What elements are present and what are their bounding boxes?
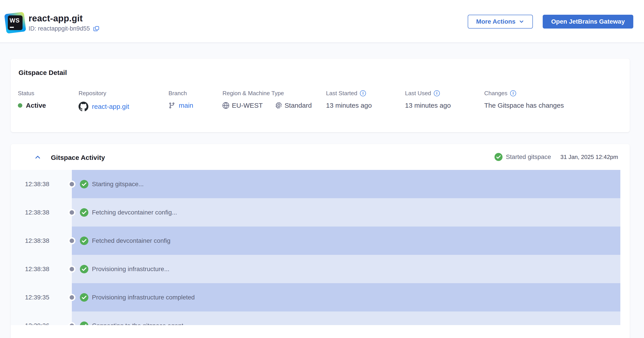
field-last-used: Last Used i 13 minutes ago [405, 90, 451, 109]
success-check-icon [80, 322, 88, 325]
log-row: 12:38:38 Fetched devcontainer config [11, 227, 630, 255]
webstorm-logo-badge: WS [8, 15, 22, 30]
log-message: Fetched devcontainer config [92, 237, 170, 244]
activity-header: Gitspace Activity Started gitspace 31 Ja… [11, 144, 630, 170]
log-message: Provisioning infrastructure completed [92, 294, 195, 301]
field-last-started: Last Started i 13 minutes ago [326, 90, 372, 109]
changes-label: Changes [484, 90, 508, 97]
more-actions-button[interactable]: More Actions [468, 15, 533, 28]
activity-status-date: 31 Jan, 2025 12:42pm [560, 154, 618, 161]
success-check-icon [80, 237, 88, 245]
field-repository: Repository react-app.git [78, 90, 129, 111]
gitspace-id: ID: reactappgit-bn9d55 [28, 25, 90, 32]
timeline-dot-icon [68, 294, 76, 301]
github-icon [78, 102, 88, 111]
changes-value: The Gitspace has changes [484, 102, 564, 109]
info-icon[interactable]: i [510, 90, 516, 96]
log-row: 12:38:38 Starting gitspace... [11, 170, 630, 198]
gitspace-detail-card: Gitspace Detail Status Active Repository… [11, 59, 630, 132]
activity-status-text: Started gitspace [506, 153, 551, 161]
activity-title: Gitspace Activity [51, 154, 105, 161]
gitspace-detail-page: WS react-app.git ID: reactappgit-bn9d55 … [0, 0, 644, 338]
info-icon[interactable]: i [360, 90, 366, 96]
success-check-icon [80, 180, 88, 188]
repository-label: Repository [78, 90, 129, 97]
success-check-icon [80, 293, 88, 302]
log-timestamp: 12:38:38 [11, 198, 72, 227]
page-title: react-app.git [28, 13, 100, 23]
repository-link[interactable]: react-app.git [92, 103, 129, 110]
open-jetbrains-gateway-button[interactable]: Open JetBrains Gateway [543, 15, 633, 28]
git-branch-icon [168, 102, 175, 109]
field-branch: Branch main [168, 90, 193, 109]
activity-status: Started gitspace 31 Jan, 2025 12:42pm [494, 153, 618, 161]
region-value: EU-WEST [232, 102, 263, 109]
log-timestamp: 12:39:36 [11, 312, 72, 325]
last-used-label: Last Used [405, 90, 431, 97]
webstorm-logo-text: WS [10, 17, 20, 24]
timeline-dot-icon [68, 266, 76, 273]
log-timestamp: 12:38:38 [11, 170, 72, 198]
globe-icon [222, 102, 229, 109]
title-block: react-app.git ID: reactappgit-bn9d55 [28, 12, 100, 33]
success-check-icon [80, 265, 88, 273]
log-row: 12:39:35 Provisioning infrastructure com… [11, 283, 630, 312]
log-row: 12:38:38 Fetching devcontainer config... [11, 198, 630, 227]
log-row: 12:39:36 Connecting to the gitspace agen… [11, 312, 630, 325]
gitspace-id-row: ID: reactappgit-bn9d55 [28, 25, 100, 32]
webstorm-logo-icon: WS [4, 12, 26, 33]
webstorm-logo-underscore [10, 27, 14, 28]
detail-card-title: Gitspace Detail [18, 69, 67, 76]
more-actions-label: More Actions [476, 18, 516, 25]
machine-type-value: Standard [284, 102, 312, 109]
activity-log[interactable]: 12:38:38 Starting gitspace... 12:38:38 F… [11, 170, 630, 325]
log-timestamp: 12:38:38 [11, 227, 72, 255]
info-icon[interactable]: i [434, 90, 440, 96]
timeline-dot-icon [68, 237, 76, 244]
log-message: Connecting to the gitspace agent [92, 322, 183, 325]
log-timestamp: 12:39:35 [11, 283, 72, 312]
gitspace-activity-card: Gitspace Activity Started gitspace 31 Ja… [11, 144, 630, 338]
last-started-value: 13 minutes ago [326, 102, 372, 109]
status-label: Status [18, 90, 46, 97]
log-timestamp: 12:38:38 [11, 255, 72, 283]
chevron-down-icon [518, 19, 524, 24]
log-row: 12:38:38 Provisioning infrastructure... [11, 255, 630, 283]
last-started-label: Last Started [326, 90, 357, 97]
field-changes: Changes i The Gitspace has changes [484, 90, 564, 109]
log-message: Fetching devcontainer config... [92, 209, 177, 216]
status-value: Active [26, 102, 46, 109]
timeline-dot-icon [68, 209, 76, 216]
timeline-dot-icon [68, 181, 76, 188]
success-check-icon [80, 208, 88, 217]
field-status: Status Active [18, 90, 46, 109]
chevron-up-icon[interactable] [34, 153, 42, 161]
log-message: Provisioning infrastructure... [92, 266, 169, 273]
log-message: Starting gitspace... [92, 181, 144, 188]
status-active-dot-icon [18, 103, 22, 108]
branch-link[interactable]: main [179, 102, 193, 109]
cpu-icon [275, 102, 282, 109]
success-check-icon [494, 153, 503, 161]
field-region-machine: Region & Machine Type EU-WEST Standard [222, 90, 312, 109]
branch-label: Branch [168, 90, 193, 97]
header-title-group: WS react-app.git ID: reactappgit-bn9d55 [4, 12, 100, 33]
header-actions: More Actions Open JetBrains Gateway [468, 15, 633, 28]
last-used-value: 13 minutes ago [405, 102, 451, 109]
page-header: WS react-app.git ID: reactappgit-bn9d55 … [0, 0, 644, 43]
region-machine-label: Region & Machine Type [222, 90, 312, 97]
copy-icon[interactable] [93, 25, 100, 32]
